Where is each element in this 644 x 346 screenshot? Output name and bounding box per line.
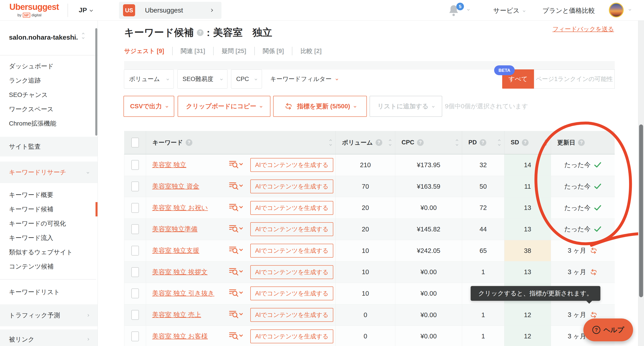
- volume-filter-dropdown[interactable]: ボリューム: [124, 69, 174, 89]
- sidebar-item[interactable]: SEOチャンス: [0, 88, 98, 102]
- search-volume-dropdown-icon[interactable]: [229, 246, 243, 256]
- chevron-down-icon[interactable]: [467, 8, 470, 11]
- header-volume[interactable]: ボリューム ?: [336, 131, 395, 154]
- sidebar-item[interactable]: ダッシュボード: [0, 59, 98, 73]
- sidebar-item-backlinks[interactable]: 被リンク: [0, 329, 98, 346]
- tab[interactable]: 関係 [9]: [263, 47, 284, 55]
- header-sd[interactable]: SD ?: [504, 131, 551, 154]
- generate-ai-content-button[interactable]: AIでコンテンツを生成する: [250, 244, 333, 258]
- help-question-icon[interactable]: ?: [186, 139, 192, 146]
- generate-ai-content-button[interactable]: AIでコンテンツを生成する: [250, 265, 333, 279]
- tab[interactable]: サジェスト [9]: [124, 47, 164, 55]
- sidebar-scrollbar-thumb[interactable]: [95, 28, 97, 136]
- window-scrollbar-thumb[interactable]: [639, 124, 643, 297]
- copy-clipboard-button[interactable]: クリップボードにコピー: [178, 96, 270, 117]
- keyword-filter-dropdown[interactable]: キーワードフィルター: [270, 69, 338, 89]
- sidebar-item-keyword-research[interactable]: キーワードリサーチ: [0, 162, 98, 183]
- export-csv-button[interactable]: CSVで出力: [124, 96, 174, 117]
- search-volume-dropdown-icon[interactable]: [229, 160, 243, 170]
- help-question-icon[interactable]: ?: [578, 139, 585, 146]
- sidebar-item[interactable]: Chrome拡張機能: [0, 116, 98, 131]
- header-keyword[interactable]: キーワード ?: [146, 131, 336, 154]
- help-question-icon[interactable]: ?: [480, 139, 486, 146]
- sort-arrows-icon[interactable]: [456, 140, 458, 145]
- site-selector[interactable]: salon.nohara-takeshi.: [0, 21, 98, 56]
- sort-arrows-icon[interactable]: [389, 140, 391, 145]
- generate-ai-content-button[interactable]: AIでコンテンツを生成する: [250, 308, 333, 322]
- sort-arrows-icon[interactable]: [545, 140, 547, 145]
- row-checkbox[interactable]: [131, 246, 139, 256]
- row-checkbox[interactable]: [131, 224, 139, 234]
- generate-ai-content-button[interactable]: AIでコンテンツを生成する: [250, 158, 333, 172]
- region-selector[interactable]: JP: [79, 6, 92, 14]
- cpc-filter-dropdown[interactable]: CPC: [231, 69, 262, 89]
- notifications-button[interactable]: 5: [448, 4, 462, 17]
- search-volume-dropdown-icon[interactable]: [229, 331, 243, 341]
- search-volume-dropdown-icon[interactable]: [229, 267, 243, 277]
- keyword-link[interactable]: 美容室 独立: [152, 160, 186, 169]
- refresh-icon[interactable]: [590, 268, 598, 276]
- keyword-link[interactable]: 美容室 独立 お祝い: [152, 203, 208, 212]
- help-question-icon[interactable]: ?: [197, 29, 204, 36]
- add-to-list-button[interactable]: リストに追加する: [370, 96, 442, 117]
- row-checkbox[interactable]: [131, 203, 139, 213]
- row-checkbox[interactable]: [131, 160, 139, 170]
- generate-ai-content-button[interactable]: AIでコンテンツを生成する: [250, 201, 333, 215]
- tab[interactable]: 比較 [2]: [300, 47, 322, 55]
- generate-ai-content-button[interactable]: AIでコンテンツを生成する: [250, 329, 333, 343]
- row-checkbox[interactable]: [131, 310, 139, 320]
- chevron-down-icon[interactable]: [628, 8, 631, 11]
- keyword-link[interactable]: 美容室 独立 引き抜き: [152, 289, 214, 298]
- sort-arrows-icon[interactable]: [330, 140, 332, 145]
- help-question-icon[interactable]: ?: [417, 139, 424, 146]
- sidebar-item-keyword-list[interactable]: キーワードリスト: [0, 285, 98, 299]
- feedback-link[interactable]: フィードバックを送る: [552, 25, 614, 33]
- window-scrollbar[interactable]: [638, 21, 644, 346]
- search-volume-dropdown-icon[interactable]: [229, 310, 243, 320]
- tab[interactable]: 関連 [31]: [181, 47, 205, 55]
- services-menu[interactable]: サービス: [493, 6, 525, 15]
- generate-ai-content-button[interactable]: AIでコンテンツを生成する: [250, 222, 333, 236]
- sidebar-item-traffic-forecast[interactable]: トラフィック予測: [0, 304, 98, 326]
- generate-ai-content-button[interactable]: AIでコンテンツを生成する: [250, 286, 333, 300]
- search-volume-dropdown-icon[interactable]: [229, 181, 243, 192]
- sidebar-subitem[interactable]: キーワード概要: [0, 188, 98, 202]
- select-all-checkbox[interactable]: [131, 138, 139, 148]
- seo-difficulty-filter-dropdown[interactable]: SEO難易度: [178, 69, 228, 89]
- search-volume-dropdown-icon[interactable]: [229, 224, 243, 234]
- sidebar-item[interactable]: ワークスペース: [0, 102, 98, 116]
- help-button[interactable]: ? ヘルプ: [584, 318, 633, 341]
- keyword-link[interactable]: 美容室 独立 売上: [152, 310, 201, 319]
- page1-rank-toggle-button[interactable]: ページ1ランクインの可能性: [534, 69, 615, 89]
- sidebar-subitem[interactable]: キーワードの可視化: [0, 216, 98, 231]
- sidebar-subitem[interactable]: コンテンツ候補: [0, 259, 98, 274]
- refresh-icon[interactable]: [590, 247, 598, 254]
- keyword-link[interactable]: 美容室 独立支援: [152, 246, 199, 255]
- header-cpc[interactable]: CPC ?: [395, 131, 462, 154]
- keyword-link[interactable]: 美容室独立準備: [152, 225, 198, 234]
- row-checkbox[interactable]: [131, 331, 139, 341]
- header-pd[interactable]: PD ?: [462, 131, 504, 154]
- refresh-icon[interactable]: [590, 311, 598, 319]
- row-checkbox[interactable]: [131, 267, 139, 277]
- tab[interactable]: 疑問 [25]: [222, 47, 246, 55]
- search-volume-dropdown-icon[interactable]: [229, 203, 243, 213]
- help-question-icon[interactable]: ?: [522, 139, 528, 146]
- keyword-link[interactable]: 美容室 独立 お客様: [152, 332, 208, 341]
- update-metrics-button[interactable]: 指標を更新 (5/500): [273, 96, 367, 117]
- help-question-icon[interactable]: ?: [376, 139, 382, 146]
- sort-arrows-icon[interactable]: [498, 140, 500, 145]
- sidebar-subitem[interactable]: キーワード流入: [0, 231, 98, 245]
- ubersuggest-logo[interactable]: Ubersuggest: [10, 2, 59, 12]
- search-volume-dropdown-icon[interactable]: [229, 288, 243, 298]
- plans-pricing-link[interactable]: プランと価格比較: [542, 6, 595, 15]
- sidebar-subitem[interactable]: キーワード候補: [0, 202, 98, 216]
- row-checkbox[interactable]: [131, 288, 139, 298]
- sidebar-item-site-audit[interactable]: サイト監査: [0, 137, 98, 156]
- workspace-selector[interactable]: US Ubersuggest: [119, 2, 222, 19]
- generate-ai-content-button[interactable]: AIでコンテンツを生成する: [250, 179, 333, 193]
- row-checkbox[interactable]: [131, 181, 139, 191]
- avatar[interactable]: [609, 3, 624, 18]
- sidebar-subitem[interactable]: 類似するウェブサイト: [0, 245, 98, 259]
- keyword-link[interactable]: 美容室独立 資金: [152, 182, 199, 191]
